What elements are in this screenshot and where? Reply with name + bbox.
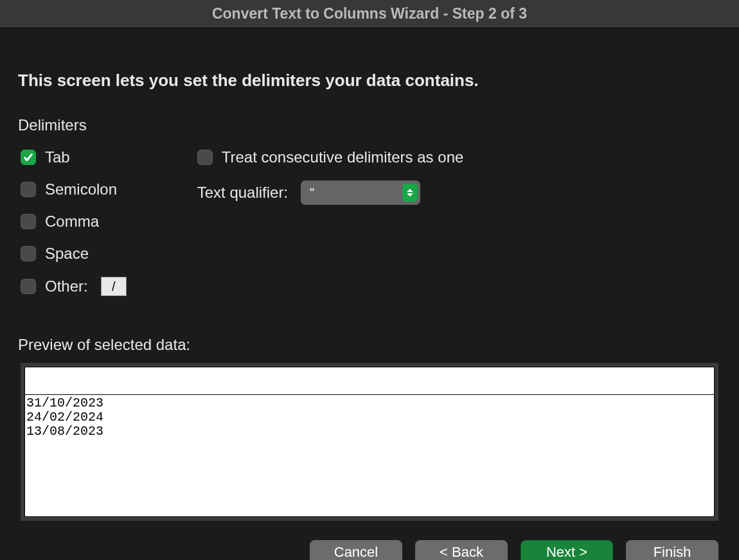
back-button[interactable]: < Back (415, 540, 508, 560)
other-checkbox-label: Other: (45, 277, 88, 295)
semicolon-checkbox-row: Semicolon (21, 180, 127, 198)
comma-checkbox[interactable] (21, 214, 36, 229)
treat-consecutive-label: Treat consecutive delimiters as one (222, 148, 464, 166)
delimiters-column: Tab Semicolon Comma Space Other: (21, 148, 127, 310)
next-button[interactable]: Next > (521, 540, 613, 560)
tab-checkbox-label: Tab (45, 148, 70, 166)
text-qualifier-row: Text qualifier: " (197, 180, 718, 205)
other-checkbox[interactable] (21, 279, 36, 294)
tab-checkbox[interactable] (21, 150, 36, 165)
chevron-updown-icon (402, 184, 418, 202)
preview-row: 13/08/2023 (26, 424, 713, 439)
preview-row: 31/10/2023 (26, 396, 713, 410)
button-row: Cancel < Back Next > Finish (21, 540, 718, 560)
space-checkbox-label: Space (45, 245, 89, 263)
cancel-button[interactable]: Cancel (310, 540, 402, 560)
space-checkbox[interactable] (21, 246, 36, 261)
treat-consecutive-row: Treat consecutive delimiters as one (197, 148, 718, 166)
treat-consecutive-checkbox[interactable] (197, 150, 213, 165)
preview-container: 31/10/2023 24/02/2024 13/08/2023 (21, 363, 718, 521)
semicolon-checkbox-label: Semicolon (45, 180, 117, 198)
preview-row: 24/02/2024 (26, 410, 713, 424)
text-qualifier-select-wrapper: " (301, 180, 420, 205)
preview-label: Preview of selected data: (18, 336, 718, 354)
delimiters-section-label: Delimiters (18, 116, 718, 134)
space-checkbox-row: Space (21, 245, 127, 263)
finish-button[interactable]: Finish (626, 540, 718, 560)
dialog-content: This screen lets you set the delimiters … (0, 28, 739, 560)
preview-header (24, 367, 715, 395)
options-columns: Tab Semicolon Comma Space Other: (21, 148, 718, 310)
comma-checkbox-label: Comma (45, 213, 99, 231)
other-checkbox-row: Other: (21, 277, 127, 296)
other-delimiter-input[interactable] (101, 277, 127, 296)
semicolon-checkbox[interactable] (21, 182, 36, 197)
description-text: This screen lets you set the delimiters … (18, 71, 718, 91)
preview-body[interactable]: 31/10/2023 24/02/2024 13/08/2023 (24, 395, 715, 517)
text-qualifier-label: Text qualifier: (197, 184, 288, 202)
checkmark-icon (22, 152, 34, 163)
options-right-column: Treat consecutive delimiters as one Text… (178, 148, 718, 310)
comma-checkbox-row: Comma (21, 213, 127, 231)
window-title: Convert Text to Columns Wizard - Step 2 … (0, 0, 739, 28)
tab-checkbox-row: Tab (21, 148, 127, 166)
